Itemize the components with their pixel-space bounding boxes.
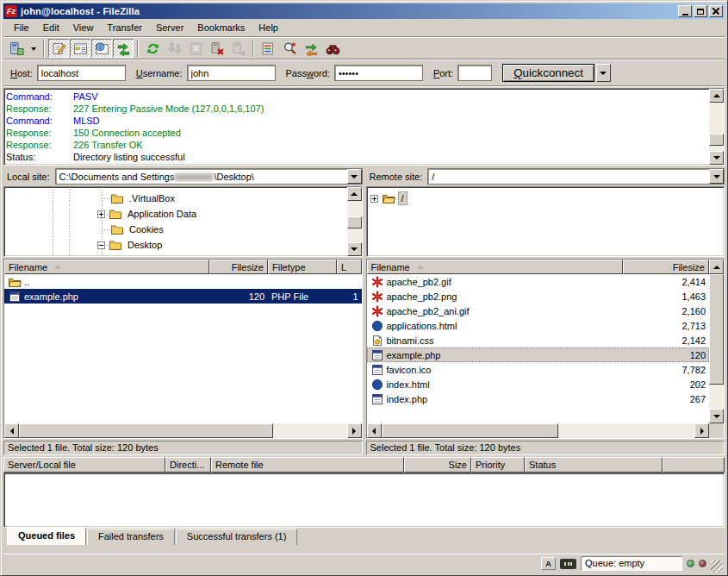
queue-column-directi-[interactable]: Directi... bbox=[165, 457, 211, 473]
file-row-example-php[interactable]: example.php120PHP File1 bbox=[4, 289, 362, 304]
tree-item-cookies[interactable]: Cookies bbox=[4, 222, 347, 237]
menu-server[interactable]: Server bbox=[149, 21, 190, 35]
file-row-applications-html[interactable]: applications.html2,713 bbox=[367, 318, 710, 333]
remote-list-rows: apache_pb2.gif2,414apache_pb2.png1,463ap… bbox=[367, 274, 710, 423]
reconnect-button[interactable] bbox=[228, 39, 249, 58]
close-button[interactable] bbox=[709, 5, 723, 17]
host-input[interactable] bbox=[37, 65, 126, 81]
refresh-button[interactable] bbox=[142, 39, 163, 58]
column-header-filename[interactable]: Filename bbox=[367, 260, 624, 274]
scroll-thumb[interactable] bbox=[347, 216, 362, 229]
tab-queued-files[interactable]: Queued files bbox=[7, 528, 86, 545]
scroll-down-button[interactable] bbox=[709, 409, 724, 423]
remote-site-combo[interactable]: / bbox=[427, 168, 725, 185]
remote-site-dropdown-button[interactable] bbox=[709, 169, 724, 184]
tree-item-root[interactable]: / bbox=[367, 191, 725, 206]
scroll-thumb[interactable] bbox=[19, 423, 273, 438]
queue-list[interactable] bbox=[3, 473, 725, 528]
toggle-local-tree-button[interactable] bbox=[70, 39, 90, 58]
speed-limit-icon[interactable] bbox=[560, 559, 576, 569]
menu-file[interactable]: File bbox=[7, 21, 36, 35]
file-row-bitnami-css[interactable]: bitnami.css2,142 bbox=[367, 333, 710, 347]
queue-column-server-local-file[interactable]: Server/Local file bbox=[3, 457, 165, 473]
tree-item-application-data[interactable]: Application Data bbox=[4, 206, 347, 222]
local-list-hscrollbar[interactable] bbox=[4, 423, 362, 438]
queue-column-priority[interactable]: Priority bbox=[471, 457, 525, 473]
scroll-right-button[interactable] bbox=[694, 423, 709, 438]
message-log-scrollbar[interactable] bbox=[709, 89, 724, 165]
data-type-icon[interactable]: A bbox=[541, 557, 556, 570]
column-header-filetype[interactable]: Filetype bbox=[268, 260, 337, 274]
scroll-left-button[interactable] bbox=[4, 423, 19, 438]
toggle-message-log-button[interactable] bbox=[48, 39, 69, 58]
scroll-track[interactable] bbox=[19, 423, 347, 438]
site-manager-button[interactable] bbox=[6, 39, 27, 58]
maximize-button[interactable] bbox=[694, 5, 707, 17]
scroll-track[interactable] bbox=[382, 423, 695, 438]
menu-transfer[interactable]: Transfer bbox=[100, 21, 149, 35]
quickconnect-button[interactable]: Quickconnect bbox=[502, 64, 594, 82]
quickconnect-dropdown-button[interactable] bbox=[596, 64, 611, 82]
column-header-l[interactable]: L bbox=[337, 260, 362, 274]
scroll-down-button[interactable] bbox=[347, 242, 362, 256]
password-input[interactable] bbox=[334, 65, 423, 81]
file-row--[interactable]: .. bbox=[4, 274, 362, 289]
site-manager-dropdown-button[interactable] bbox=[28, 39, 40, 58]
toggle-remote-tree-button[interactable] bbox=[91, 39, 112, 58]
remote-list-scrollbar[interactable] bbox=[709, 260, 724, 423]
file-row-apache-pb2-gif[interactable]: apache_pb2.gif2,414 bbox=[367, 274, 710, 289]
remote-list-hscrollbar[interactable] bbox=[367, 423, 725, 438]
column-header-filename[interactable]: Filename bbox=[4, 260, 209, 274]
scroll-down-button[interactable] bbox=[709, 151, 724, 165]
menu-view[interactable]: View bbox=[66, 21, 101, 35]
expand-icon[interactable] bbox=[97, 210, 105, 218]
local-site-combo[interactable]: C:\Documents and Settings\Desktop\ bbox=[55, 168, 363, 185]
queue-column-status[interactable]: Status bbox=[525, 457, 663, 473]
queue-column-size[interactable]: Size bbox=[404, 457, 471, 473]
minimize-button[interactable] bbox=[678, 5, 692, 17]
scroll-track[interactable] bbox=[347, 201, 362, 242]
port-input[interactable] bbox=[457, 65, 492, 81]
scroll-thumb[interactable] bbox=[709, 134, 724, 146]
disconnect-button[interactable] bbox=[207, 39, 227, 58]
toggle-transfer-queue-button[interactable] bbox=[113, 39, 134, 58]
tab-successful-transfers-1-[interactable]: Successful transfers (1) bbox=[176, 529, 298, 545]
directory-comparison-button[interactable] bbox=[279, 39, 300, 58]
file-row-example-php[interactable]: example.php120 bbox=[367, 347, 710, 362]
local-site-dropdown-button[interactable] bbox=[347, 169, 362, 184]
file-row-apache-pb2-ani-gif[interactable]: apache_pb2_ani.gif2,160 bbox=[367, 304, 710, 318]
menu-bookmarks[interactable]: Bookmarks bbox=[190, 21, 252, 35]
file-row-index-html[interactable]: index.html202 bbox=[367, 377, 710, 391]
synchronized-browsing-button[interactable] bbox=[301, 39, 321, 58]
scroll-track[interactable] bbox=[709, 103, 724, 151]
scroll-track[interactable] bbox=[709, 274, 724, 409]
column-header-filesize[interactable]: Filesize bbox=[209, 260, 268, 274]
file-row-favicon-ico[interactable]: favicon.ico7,782 bbox=[367, 362, 710, 377]
tab-failed-transfers[interactable]: Failed transfers bbox=[87, 529, 175, 545]
scroll-up-button[interactable] bbox=[709, 260, 724, 274]
scroll-left-button[interactable] bbox=[367, 423, 382, 438]
tree-item--virtualbox[interactable]: .VirtualBox bbox=[4, 191, 347, 206]
scroll-up-button[interactable] bbox=[347, 187, 362, 201]
menu-help[interactable]: Help bbox=[252, 21, 285, 35]
menu-edit[interactable]: Edit bbox=[36, 21, 66, 35]
scroll-right-button[interactable] bbox=[347, 423, 362, 438]
tree-item-desktop[interactable]: Desktop bbox=[4, 237, 347, 253]
scroll-up-button[interactable] bbox=[709, 89, 724, 103]
column-header-filesize[interactable]: Filesize bbox=[623, 260, 709, 274]
expand-icon[interactable] bbox=[370, 195, 378, 203]
file-row-index-php[interactable]: index.php267 bbox=[367, 391, 710, 406]
username-input[interactable] bbox=[187, 65, 276, 81]
collapse-icon[interactable] bbox=[97, 241, 105, 249]
process-queue-button[interactable] bbox=[164, 39, 184, 58]
file-row-apache-pb2-png[interactable]: apache_pb2.png1,463 bbox=[367, 289, 710, 304]
resize-grip[interactable] bbox=[711, 560, 723, 573]
find-files-button[interactable] bbox=[322, 39, 343, 58]
local-tree-scrollbar[interactable] bbox=[347, 187, 362, 256]
app-icon[interactable]: Fz bbox=[5, 5, 17, 17]
directory-filters-button[interactable] bbox=[258, 39, 278, 58]
queue-column-remote-file[interactable]: Remote file bbox=[211, 457, 404, 473]
cancel-operation-button[interactable] bbox=[185, 39, 206, 58]
scroll-thumb[interactable] bbox=[709, 274, 724, 385]
scroll-thumb[interactable] bbox=[382, 423, 558, 438]
